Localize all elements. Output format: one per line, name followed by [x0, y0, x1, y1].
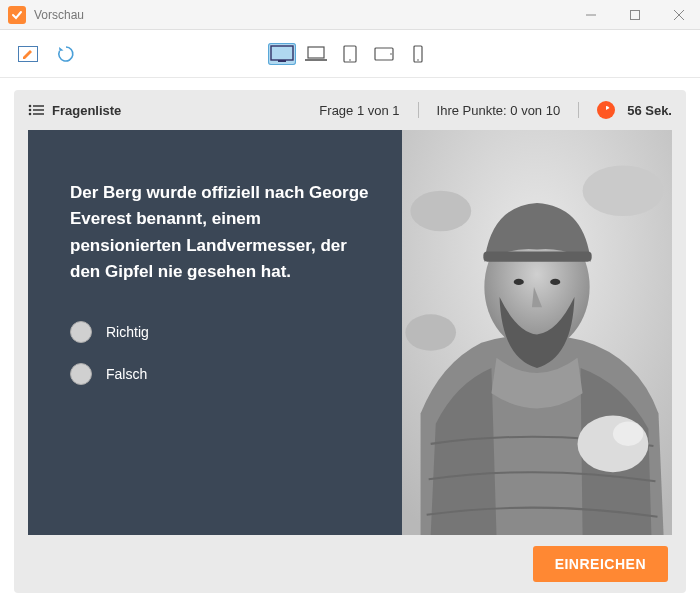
edit-button[interactable] — [14, 40, 42, 68]
svg-point-14 — [417, 59, 419, 61]
close-button[interactable] — [666, 2, 692, 28]
refresh-button[interactable] — [52, 40, 80, 68]
timer-label: 56 Sek. — [627, 103, 672, 118]
svg-point-22 — [410, 191, 471, 232]
window-titlebar: Vorschau — [0, 0, 700, 30]
score-label: Ihre Punkte: 0 von 10 — [437, 103, 561, 118]
svg-point-30 — [613, 422, 643, 446]
device-tablet-landscape-button[interactable] — [370, 43, 398, 65]
list-icon — [28, 104, 44, 116]
option-true[interactable]: Richtig — [70, 321, 372, 343]
radio-icon — [70, 363, 92, 385]
svg-rect-6 — [278, 60, 286, 62]
svg-rect-5 — [271, 46, 293, 60]
device-laptop-button[interactable] — [302, 43, 330, 65]
svg-point-27 — [514, 279, 524, 285]
svg-point-29 — [578, 416, 649, 473]
device-switcher — [268, 43, 432, 65]
svg-point-28 — [550, 279, 560, 285]
toolbar — [0, 30, 700, 78]
radio-icon — [70, 321, 92, 343]
app-icon — [8, 6, 26, 24]
svg-point-15 — [29, 105, 32, 108]
question-list-button[interactable]: Fragenliste — [52, 103, 121, 118]
question-text: Der Berg wurde offiziell nach George Eve… — [70, 180, 372, 285]
divider — [418, 102, 419, 118]
svg-point-12 — [390, 53, 392, 55]
progress-label: Frage 1 von 1 — [319, 103, 399, 118]
option-false-label: Falsch — [106, 366, 147, 382]
option-true-label: Richtig — [106, 324, 149, 340]
quiz-header: Fragenliste Frage 1 von 1 Ihre Punkte: 0… — [14, 90, 686, 130]
svg-point-24 — [405, 314, 456, 350]
submit-button[interactable]: EINREICHEN — [533, 546, 668, 582]
device-phone-button[interactable] — [404, 43, 432, 65]
content-area: Fragenliste Frage 1 von 1 Ihre Punkte: 0… — [0, 78, 700, 607]
divider — [578, 102, 579, 118]
timer-icon — [597, 101, 615, 119]
svg-point-10 — [349, 59, 351, 61]
svg-point-19 — [29, 113, 32, 116]
minimize-button[interactable] — [578, 2, 604, 28]
window-controls — [578, 2, 692, 28]
maximize-button[interactable] — [622, 2, 648, 28]
question-panel: Der Berg wurde offiziell nach George Eve… — [28, 130, 402, 535]
quiz-footer: EINREICHEN — [14, 535, 686, 593]
quiz-body: Der Berg wurde offiziell nach George Eve… — [28, 130, 672, 535]
window-title: Vorschau — [34, 8, 578, 22]
svg-point-23 — [583, 165, 664, 216]
svg-point-17 — [29, 109, 32, 112]
svg-rect-26 — [483, 252, 591, 262]
svg-rect-1 — [631, 10, 640, 19]
quiz-card: Fragenliste Frage 1 von 1 Ihre Punkte: 0… — [14, 90, 686, 593]
question-image — [402, 130, 672, 535]
svg-rect-7 — [308, 47, 324, 58]
device-tablet-portrait-button[interactable] — [336, 43, 364, 65]
device-desktop-button[interactable] — [268, 43, 296, 65]
option-false[interactable]: Falsch — [70, 363, 372, 385]
